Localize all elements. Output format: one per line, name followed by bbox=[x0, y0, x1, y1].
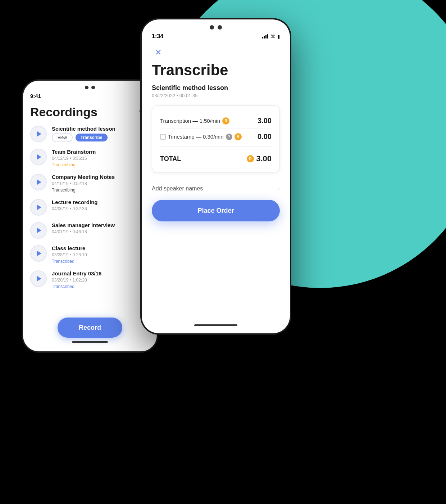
play-button-3[interactable] bbox=[30, 174, 47, 190]
timestamp-price-row: Timestamp — 0.30/min ? R 0.00 bbox=[160, 129, 272, 144]
recording-info-5: Sales manager interview 04/01/19 • 0:46:… bbox=[52, 222, 150, 236]
list-item: Company Meeting Notes 04/10/19 • 0:52:18… bbox=[30, 174, 150, 193]
play-button-4[interactable] bbox=[30, 199, 47, 216]
transcription-value: 3.00 bbox=[258, 117, 272, 125]
recording-actions-1: View Transcribe bbox=[52, 133, 150, 142]
play-icon-7 bbox=[37, 276, 41, 282]
recording-meta-4: 04/06/19 • 0:32:36 bbox=[52, 206, 150, 211]
recording-info-2: Team Brainstorm 04/12/19 • 0:36:15 Trans… bbox=[52, 149, 150, 167]
play-icon-4 bbox=[37, 204, 41, 210]
recording-name-6: Class lecture bbox=[52, 245, 150, 251]
status-badge-7: Transcribed bbox=[52, 284, 150, 289]
list-item: Lecture recording 04/06/19 • 0:32:36 bbox=[30, 199, 150, 216]
phone-bottom-back: Record bbox=[23, 313, 157, 351]
chevron-right-icon: › bbox=[278, 185, 280, 192]
close-icon: ✕ bbox=[155, 48, 161, 57]
play-icon-3 bbox=[37, 179, 41, 185]
status-badge-3: Transcribing bbox=[52, 188, 150, 193]
recording-info-7: Journal Entry 03/16 03/20/19 • 1:02:20 T… bbox=[52, 270, 150, 289]
home-indicator-front bbox=[194, 324, 237, 326]
list-item: Journal Entry 03/16 03/20/19 • 1:02:20 T… bbox=[30, 270, 150, 289]
notch-dot-2 bbox=[91, 86, 95, 89]
phone-bottom-front bbox=[142, 321, 290, 333]
phone-back: 9:41 Recordings bbox=[22, 79, 158, 353]
recording-meta-7: 03/20/19 • 1:02:20 bbox=[52, 278, 150, 283]
list-item: Sales manager interview 04/01/19 • 0:46:… bbox=[30, 222, 150, 239]
transcription-label: Transcription — 1.50/min R bbox=[160, 117, 229, 125]
phone-front: 1:34 ⌘ ▮ ✕ Transcribe Scientific method … bbox=[140, 18, 291, 335]
play-icon-5 bbox=[37, 228, 41, 233]
recording-detail-name: Scientific method lesson bbox=[152, 84, 280, 92]
play-button-2[interactable] bbox=[30, 149, 47, 165]
recording-meta-6: 03/28/19 • 0:23:10 bbox=[52, 252, 150, 257]
timestamp-checkbox[interactable] bbox=[160, 134, 166, 140]
view-button[interactable]: View bbox=[52, 133, 73, 142]
status-time-front: 1:34 bbox=[152, 33, 163, 40]
play-icon-2 bbox=[37, 154, 41, 160]
record-button[interactable]: Record bbox=[58, 318, 122, 338]
recording-name-5: Sales manager interview bbox=[52, 222, 150, 228]
wifi-icon: ⌘ bbox=[270, 34, 275, 39]
recording-name-3: Company Meeting Notes bbox=[52, 174, 150, 180]
play-button-6[interactable] bbox=[30, 245, 47, 262]
signal-icon-front bbox=[262, 34, 268, 39]
total-row: TOTAL R 3.00 bbox=[160, 149, 272, 165]
recording-name-2: Team Brainstorm bbox=[52, 149, 150, 155]
recording-detail-meta: 03/22/2022 • 00:01:35 bbox=[152, 93, 280, 98]
recordings-content: Recordings Scientific method lesson View bbox=[23, 102, 157, 313]
transcribe-content: ✕ Transcribe Scientific method lesson 03… bbox=[142, 43, 290, 321]
record-button-label: Record bbox=[79, 324, 101, 332]
recording-name-1: Scientific method lesson bbox=[52, 126, 150, 132]
list-item: Scientific method lesson View Transcribe bbox=[30, 126, 150, 142]
help-icon[interactable]: ? bbox=[226, 134, 232, 140]
speaker-names-row[interactable]: Add speaker names › bbox=[152, 179, 280, 198]
recording-name-7: Journal Entry 03/16 bbox=[52, 270, 150, 276]
total-value: R 3.00 bbox=[247, 154, 272, 163]
coin-icon-timestamp: R bbox=[235, 133, 242, 140]
status-badge-6: Transcribed bbox=[52, 259, 150, 264]
coin-icon-transcription: R bbox=[222, 117, 229, 125]
price-divider bbox=[160, 147, 272, 147]
home-indicator-back bbox=[72, 341, 108, 343]
recording-name-4: Lecture recording bbox=[52, 199, 150, 205]
play-button-7[interactable] bbox=[30, 270, 47, 287]
status-bar-back: 9:41 bbox=[23, 91, 157, 102]
front-status-icons: ⌘ ▮ bbox=[262, 34, 280, 39]
recording-info-6: Class lecture 03/28/19 • 0:23:10 Transcr… bbox=[52, 245, 150, 264]
status-badge-2: Transcribing bbox=[52, 162, 150, 167]
play-icon-1 bbox=[37, 131, 41, 137]
battery-icon: ▮ bbox=[277, 34, 280, 39]
recordings-header: Recordings bbox=[30, 105, 150, 118]
play-icon-6 bbox=[37, 251, 41, 256]
status-bar-front: 1:34 ⌘ ▮ bbox=[142, 32, 290, 43]
place-order-label: Place Order bbox=[197, 207, 234, 215]
transcribe-button[interactable]: Transcribe bbox=[76, 134, 108, 141]
notch-front bbox=[142, 19, 290, 32]
pricing-card: Transcription — 1.50/min R 3.00 Timestam… bbox=[152, 105, 280, 172]
recording-meta-3: 04/10/19 • 0:52:18 bbox=[52, 181, 150, 186]
close-button[interactable]: ✕ bbox=[152, 46, 165, 59]
transcribe-title: Transcribe bbox=[152, 62, 280, 78]
list-item: Class lecture 03/28/19 • 0:23:10 Transcr… bbox=[30, 245, 150, 264]
recording-meta-5: 04/01/19 • 0:46:18 bbox=[52, 229, 150, 234]
status-time-back: 9:41 bbox=[30, 93, 41, 99]
speaker-names-label: Add speaker names bbox=[152, 185, 203, 192]
recordings-title: Recordings bbox=[30, 106, 97, 118]
play-button-1[interactable] bbox=[30, 126, 47, 142]
timestamp-label: Timestamp — 0.30/min ? R bbox=[160, 133, 242, 140]
total-label: TOTAL bbox=[160, 155, 181, 163]
list-item: Team Brainstorm 04/12/19 • 0:36:15 Trans… bbox=[30, 149, 150, 167]
place-order-button[interactable]: Place Order bbox=[152, 200, 280, 221]
recording-info-3: Company Meeting Notes 04/10/19 • 0:52:18… bbox=[52, 174, 150, 193]
recording-info-1: Scientific method lesson View Transcribe bbox=[52, 126, 150, 142]
coin-icon-total: R bbox=[247, 155, 254, 162]
front-notch-dot-2 bbox=[218, 25, 222, 30]
play-button-5[interactable] bbox=[30, 222, 47, 239]
notch-dot-1 bbox=[85, 86, 88, 89]
transcription-price-row: Transcription — 1.50/min R 3.00 bbox=[160, 113, 272, 129]
recording-info-4: Lecture recording 04/06/19 • 0:32:36 bbox=[52, 199, 150, 213]
recording-meta-2: 04/12/19 • 0:36:15 bbox=[52, 156, 150, 161]
timestamp-value: 0.00 bbox=[258, 132, 272, 141]
front-notch-dot-1 bbox=[210, 25, 214, 30]
notch-back bbox=[23, 81, 157, 91]
